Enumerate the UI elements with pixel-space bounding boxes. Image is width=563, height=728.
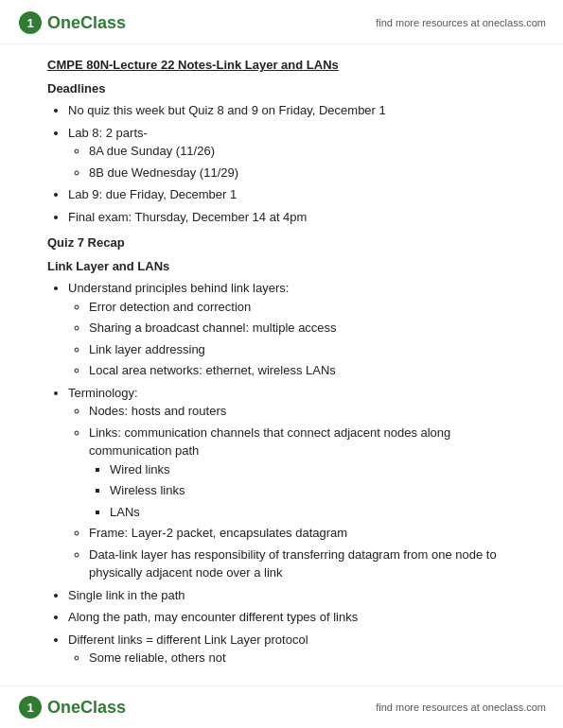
reliable-sublist: Some reliable, others not [89, 649, 516, 667]
header-tagline: find more resources at oneclass.com [376, 17, 546, 28]
links-sublist: Wired links Wireless links LANs [110, 460, 516, 522]
svg-text:1: 1 [26, 16, 33, 30]
list-item: Frame: Layer-2 packet, encapsulates data… [89, 524, 516, 543]
list-item: Local area networks: ethernet, wireless … [89, 361, 516, 380]
list-item: Terminology: Nodes: hosts and routers Li… [68, 384, 516, 582]
header-logo-text: OneClass [47, 13, 126, 33]
lab8-sublist: 8A due Sunday (11/26) 8B due Wednesday (… [89, 142, 516, 182]
list-item: Links: communication channels that conne… [89, 424, 516, 522]
list-item: Sharing a broadcast channel: multiple ac… [89, 319, 516, 338]
list-item: Along the path, may encounter different … [68, 608, 516, 627]
link-layer-list: Understand principles behind link layers… [68, 279, 516, 667]
list-item: Lab 9: due Friday, December 1 [68, 185, 516, 204]
list-item: Single link in the path [68, 586, 516, 605]
deadlines-list: No quiz this week but Quiz 8 and 9 on Fr… [68, 101, 516, 226]
principles-sublist: Error detection and correction Sharing a… [89, 298, 516, 380]
oneclass-logo-icon: 1 [17, 9, 44, 36]
list-item: 8A due Sunday (11/26) [89, 142, 516, 161]
list-item: Data-link layer has responsibility of tr… [89, 546, 516, 582]
list-item: Error detection and correction [89, 298, 516, 317]
footer-logo-text: OneClass [47, 698, 126, 718]
section-deadlines-heading: Deadlines [47, 81, 516, 95]
list-item: Some reliable, others not [89, 649, 516, 667]
document-title: CMPE 80N-Lecture 22 Notes-Link Layer and… [47, 58, 516, 72]
list-item: Lab 8: 2 parts- 8A due Sunday (11/26) 8B… [68, 124, 516, 182]
list-item: 8B due Wednesday (11/29) [89, 164, 516, 182]
footer-logo-area: 1 OneClass [17, 694, 126, 720]
section-link-layer-heading: Link Layer and LANs [47, 259, 516, 273]
list-item: No quiz this week but Quiz 8 and 9 on Fr… [68, 101, 516, 120]
list-item: Wireless links [110, 481, 516, 500]
list-item: LANs [110, 503, 516, 522]
list-item: Different links = different Link Layer p… [68, 631, 516, 667]
footer-oneclass-logo-icon: 1 [17, 694, 44, 720]
list-item: Final exam: Thursday, December 14 at 4pm [68, 208, 516, 227]
logo-area: 1 OneClass [17, 9, 126, 36]
svg-text:1: 1 [26, 701, 33, 715]
section-quiz-recap-heading: Quiz 7 Recap [47, 235, 516, 250]
main-content: CMPE 80N-Lecture 22 Notes-Link Layer and… [0, 44, 563, 685]
list-item: Wired links [110, 460, 516, 479]
list-item: Link layer addressing [89, 340, 516, 359]
footer-tagline: find more resources at oneclass.com [376, 702, 546, 713]
footer: 1 OneClass find more resources at onecla… [0, 685, 563, 728]
list-item: Understand principles behind link layers… [68, 279, 516, 380]
header: 1 OneClass find more resources at onecla… [0, 0, 563, 44]
terminology-sublist: Nodes: hosts and routers Links: communic… [89, 402, 516, 582]
list-item: Nodes: hosts and routers [89, 402, 516, 421]
